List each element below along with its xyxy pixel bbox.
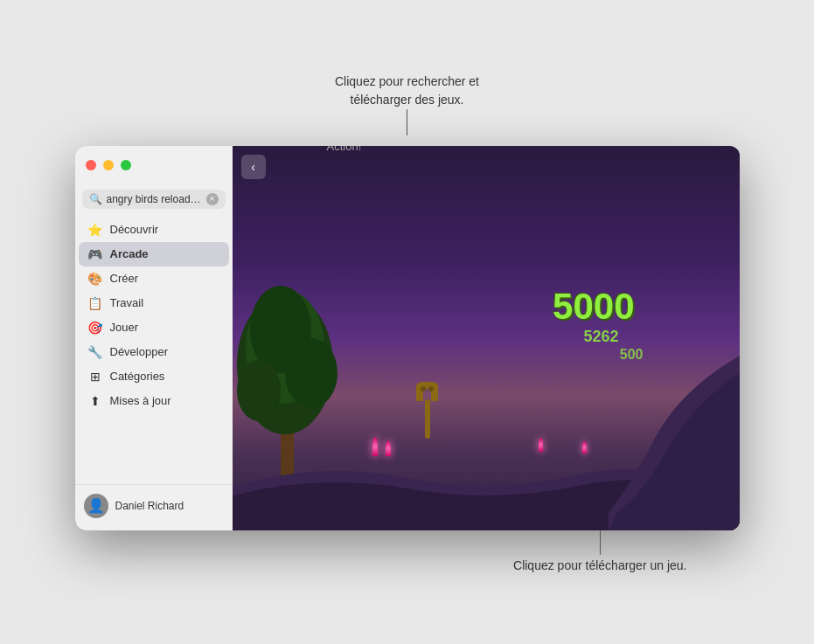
titlebar	[75, 146, 233, 184]
app-window: 🔍 angry birds reloaded ⭐ Découvrir 🎮 Arc…	[75, 146, 740, 530]
sidebar-item-label-creer: Créer	[110, 272, 139, 285]
annotation-top: Cliquez pour rechercher et télécharger d…	[335, 73, 479, 109]
game-screenshot: ‹ 5000 5262 500	[233, 146, 740, 530]
sidebar-item-travail[interactable]: 📋 Travail	[79, 291, 229, 315]
sidebar-item-label-mises-a-jour: Mises à jour	[110, 394, 171, 407]
search-clear-button[interactable]	[206, 193, 219, 205]
user-profile[interactable]: 👤 Daniel Richard	[75, 484, 233, 530]
sidebar-item-label-categories: Catégories	[110, 370, 165, 383]
sidebar-item-developper[interactable]: 🔧 Développer	[79, 340, 229, 364]
sidebar-item-creer[interactable]: 🎨 Créer	[79, 267, 229, 291]
arcade-icon: 🎮	[87, 247, 103, 261]
svg-point-5	[285, 338, 337, 408]
sidebar-item-arcade[interactable]: 🎮 Arcade	[79, 242, 229, 267]
search-input[interactable]: angry birds reloaded	[107, 193, 202, 205]
annotation-line-top	[407, 109, 407, 135]
game-subtitle: Classic Slingshot Action!	[327, 146, 414, 154]
svg-point-4	[237, 360, 281, 421]
sidebar-item-label-arcade: Arcade	[110, 247, 149, 260]
sidebar-item-label-decouvrir: Découvrir	[110, 223, 159, 236]
svg-point-7	[421, 386, 426, 391]
mises-a-jour-icon: ⬆	[87, 394, 103, 408]
annotation-bottom: Cliquez pour télécharger un jeu.	[513, 558, 686, 572]
search-icon: 🔍	[89, 193, 102, 205]
sidebar-item-categories[interactable]: ⊞ Catégories	[79, 364, 229, 389]
score-secondary: 5262	[583, 328, 618, 346]
svg-rect-6	[425, 399, 430, 439]
close-button[interactable]	[86, 160, 96, 170]
sidebar-item-label-travail: Travail	[110, 296, 144, 309]
sidebar-item-mises-a-jour[interactable]: ⬆ Mises à jour	[79, 389, 229, 413]
travail-icon: 📋	[87, 296, 103, 310]
sidebar-item-label-developper: Développer	[110, 345, 169, 358]
categories-icon: ⊞	[87, 370, 103, 384]
svg-point-8	[428, 386, 434, 391]
user-name: Daniel Richard	[115, 500, 184, 512]
creer-icon: 🎨	[87, 272, 103, 286]
sidebar-nav: ⭐ Découvrir 🎮 Arcade 🎨 Créer 📋 Travail 🎯	[75, 218, 233, 484]
back-nav-button[interactable]: ‹	[241, 155, 266, 179]
game-text-info: 🍎 Arcade Angry Birds Reloaded Classic Sl…	[327, 146, 414, 154]
maximize-button[interactable]	[121, 160, 131, 170]
score-main: 5000	[553, 286, 634, 328]
sidebar-item-jouer[interactable]: 🎯 Jouer	[79, 315, 229, 340]
sidebar: 🔍 angry birds reloaded ⭐ Découvrir 🎮 Arc…	[75, 146, 233, 530]
developper-icon: 🔧	[87, 345, 103, 359]
jouer-icon: 🎯	[87, 321, 103, 335]
search-bar[interactable]: 🔍 angry birds reloaded	[82, 190, 226, 209]
sidebar-item-decouvrir[interactable]: ⭐ Découvrir	[79, 218, 229, 242]
main-content: ‹ 5000 5262 500	[233, 146, 740, 530]
minimize-button[interactable]	[103, 160, 114, 170]
annotation-line-bottom	[600, 530, 601, 555]
right-terrain	[609, 356, 740, 530]
slingshot	[412, 382, 442, 439]
decouvrir-icon: ⭐	[87, 223, 103, 237]
avatar: 👤	[84, 494, 108, 518]
sidebar-item-label-jouer: Jouer	[110, 321, 139, 334]
